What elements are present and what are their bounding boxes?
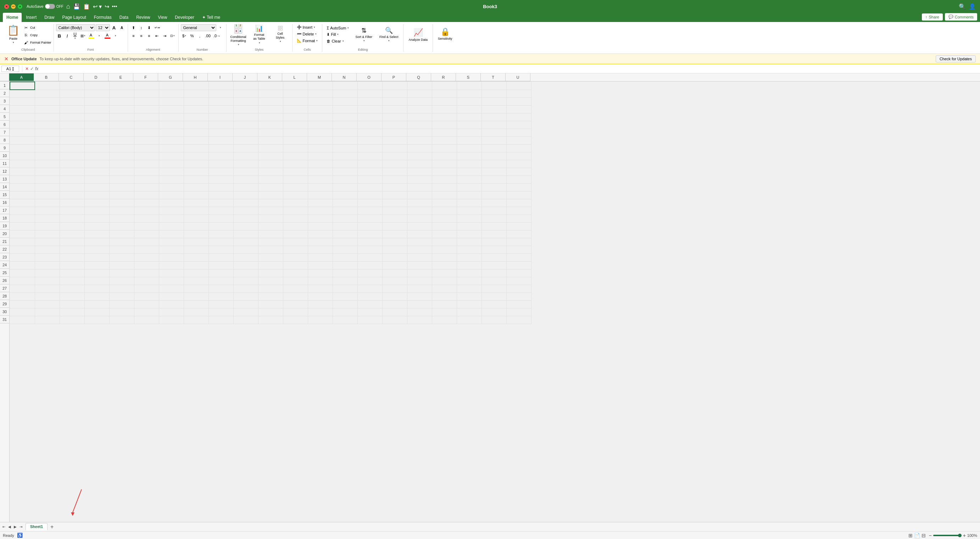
cell-T30[interactable] [482,308,506,316]
cell-P1[interactable] [382,82,407,90]
cell-S17[interactable] [457,207,482,215]
cell-S24[interactable] [457,261,482,269]
cell-Q18[interactable] [407,215,432,223]
cell-H31[interactable] [184,316,208,324]
cell-R23[interactable] [432,254,457,261]
cell-U20[interactable] [506,230,531,238]
cell-S30[interactable] [457,308,482,316]
cell-K20[interactable] [258,230,283,238]
cell-P19[interactable] [382,223,407,230]
cell-D14[interactable] [84,183,109,191]
cell-G29[interactable] [159,301,184,308]
insert-dropdown[interactable]: ▾ [314,26,315,29]
cell-T14[interactable] [482,183,506,191]
cell-J28[interactable] [233,293,258,301]
cell-L21[interactable] [283,238,308,246]
cell-U19[interactable] [506,223,531,230]
cell-E23[interactable] [109,254,134,261]
col-header-D[interactable]: D [84,73,108,81]
cell-N31[interactable] [332,316,357,324]
tab-page-layout[interactable]: Page Layout [59,13,89,22]
cell-F10[interactable] [134,152,159,160]
cell-E24[interactable] [109,261,134,269]
cell-H7[interactable] [184,129,208,137]
cell-M24[interactable] [308,261,332,269]
cell-M30[interactable] [308,308,332,316]
insert-button[interactable]: ➕ Insert ▾ [294,24,320,30]
number-format-select[interactable]: General Number Currency Accounting Short… [181,24,216,31]
cell-B2[interactable] [35,90,60,97]
cell-S18[interactable] [457,215,482,223]
cell-A23[interactable] [10,254,35,261]
cell-H6[interactable] [184,121,208,129]
cell-O25[interactable] [357,269,382,277]
align-top-button[interactable]: ⬆ [130,24,137,31]
row-number-22[interactable]: 22 [0,245,9,253]
cell-O16[interactable] [357,199,382,207]
cell-M20[interactable] [308,230,332,238]
cell-I12[interactable] [208,168,233,175]
cell-H5[interactable] [184,113,208,121]
cell-O30[interactable] [357,308,382,316]
cell-H10[interactable] [184,152,208,160]
row-number-26[interactable]: 26 [0,277,9,285]
col-header-F[interactable]: F [133,73,158,81]
cell-G14[interactable] [159,183,184,191]
cell-I24[interactable] [208,261,233,269]
cell-Q14[interactable] [407,183,432,191]
cell-F8[interactable] [134,137,159,144]
cell-A20[interactable] [10,230,35,238]
decrease-font-button[interactable]: A [118,24,126,31]
cell-D28[interactable] [84,293,109,301]
accounting-format-button[interactable]: $▾ [181,32,188,39]
cell-J23[interactable] [233,254,258,261]
cell-F15[interactable] [134,191,159,199]
row-number-8[interactable]: 8 [0,136,9,144]
font-name-select[interactable]: Calibri (Body) [56,24,95,31]
cell-J31[interactable] [233,316,258,324]
cell-T12[interactable] [482,168,506,175]
cell-M12[interactable] [308,168,332,175]
cell-I11[interactable] [208,160,233,168]
cell-O31[interactable] [357,316,382,324]
cell-B26[interactable] [35,277,60,285]
cell-I27[interactable] [208,285,233,293]
increase-decimal-button[interactable]: .0→ [212,32,221,39]
cell-Q1[interactable] [407,82,432,90]
cell-H4[interactable] [184,105,208,113]
find-select-button[interactable]: 🔍 Find & Select ▾ [377,24,401,45]
cell-K7[interactable] [258,129,283,137]
cell-H15[interactable] [184,191,208,199]
cell-R6[interactable] [432,121,457,129]
cell-L26[interactable] [283,277,308,285]
cell-H9[interactable] [184,144,208,152]
cell-C22[interactable] [60,246,84,254]
cell-J17[interactable] [233,207,258,215]
normal-view-button[interactable]: ⊞ [908,533,913,538]
cell-Q11[interactable] [407,160,432,168]
autosave-toggle[interactable] [45,4,55,9]
cell-S14[interactable] [457,183,482,191]
sheet-first-button[interactable]: ⇤ [2,525,6,529]
cell-M9[interactable] [308,144,332,152]
cell-S5[interactable] [457,113,482,121]
cell-L28[interactable] [283,293,308,301]
cell-J4[interactable] [233,105,258,113]
col-header-J[interactable]: J [232,73,258,81]
cell-H13[interactable] [184,175,208,183]
cell-L5[interactable] [283,113,308,121]
cell-J26[interactable] [233,277,258,285]
cell-J29[interactable] [233,301,258,308]
cell-J2[interactable] [233,90,258,97]
cell-Q3[interactable] [407,97,432,105]
cell-G27[interactable] [159,285,184,293]
cell-F22[interactable] [134,246,159,254]
cell-A21[interactable] [10,238,35,246]
cell-G25[interactable] [159,269,184,277]
cell-U4[interactable] [506,105,531,113]
cell-E30[interactable] [109,308,134,316]
cell-T19[interactable] [482,223,506,230]
cell-I21[interactable] [208,238,233,246]
cell-P5[interactable] [382,113,407,121]
cell-C8[interactable] [60,137,84,144]
